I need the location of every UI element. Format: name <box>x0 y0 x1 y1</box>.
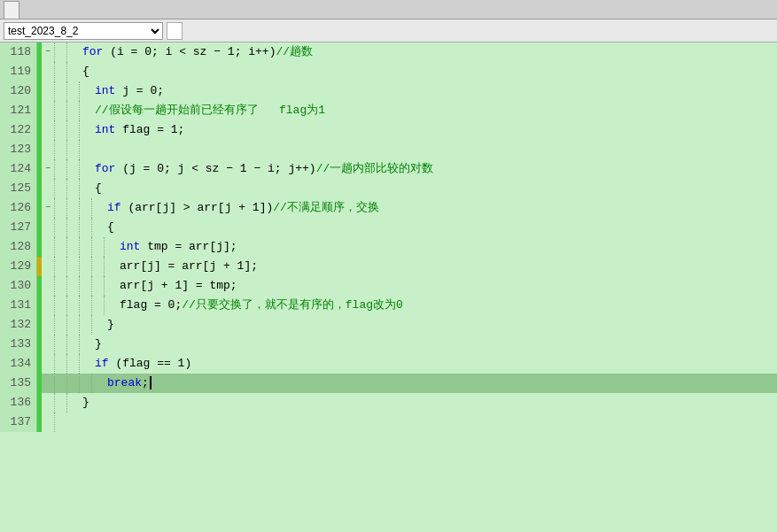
line-number: 137 <box>0 412 37 432</box>
line-number: 123 <box>0 140 37 159</box>
code-line-119: 119{ <box>0 62 777 81</box>
scope-indicator <box>167 22 183 40</box>
code-tokens[interactable]: } <box>104 315 777 335</box>
code-tokens[interactable]: if (arr[j] > arr[j + 1])//不满足顺序，交换 <box>104 198 777 218</box>
indent-guide <box>66 120 79 140</box>
line-number: 120 <box>0 81 37 101</box>
line-number: 133 <box>0 335 37 354</box>
code-tokens[interactable]: } <box>91 335 777 354</box>
code-tokens[interactable]: } <box>79 393 777 412</box>
fold-icon <box>42 237 54 257</box>
line-number: 121 <box>0 101 37 120</box>
indent-guide <box>54 140 66 159</box>
indent-guide <box>66 257 79 276</box>
code-tokens[interactable]: { <box>79 62 777 81</box>
code-tokens[interactable]: { <box>91 179 777 198</box>
fold-icon <box>42 296 54 315</box>
indent-guide <box>66 354 79 374</box>
code-tokens[interactable]: flag = 0;//只要交换了，就不是有序的，flag改为0 <box>116 296 777 315</box>
line-number: 127 <box>0 218 37 237</box>
indent-guide <box>54 159 66 179</box>
function-selector[interactable]: test_2023_8_2 <box>4 22 163 40</box>
indent-guide <box>66 81 79 101</box>
line-number: 124 <box>0 159 37 179</box>
indent-guide <box>79 335 91 354</box>
fold-icon <box>42 218 54 237</box>
code-line-134: 134if (flag == 1) <box>0 354 777 374</box>
indent-guide <box>91 296 104 315</box>
fold-icon <box>42 140 54 159</box>
line-number: 129 <box>0 257 37 276</box>
indent-guide <box>54 257 66 276</box>
file-tab[interactable] <box>4 1 19 19</box>
fold-icon[interactable]: − <box>42 42 54 62</box>
code-tokens[interactable]: for (j = 0; j < sz − 1 − i; j++)//一趟内部比较… <box>91 159 777 179</box>
indent-guide <box>54 179 66 198</box>
fold-icon <box>42 335 54 354</box>
code-line-133: 133} <box>0 335 777 354</box>
code-tokens[interactable]: break; <box>104 374 777 393</box>
indent-guide <box>79 218 91 237</box>
indent-guide <box>66 276 79 296</box>
indent-guide <box>66 159 79 179</box>
indent-guide <box>66 315 79 335</box>
code-tokens[interactable]: int tmp = arr[j]; <box>116 237 777 257</box>
line-number: 136 <box>0 393 37 412</box>
code-tokens[interactable] <box>91 140 777 159</box>
indent-guide <box>79 237 91 257</box>
fold-icon <box>42 179 54 198</box>
code-tokens[interactable]: //假设每一趟开始前已经有序了 flag为1 <box>91 101 777 120</box>
line-number: 131 <box>0 296 37 315</box>
code-line-123: 123 <box>0 140 777 159</box>
code-tokens[interactable]: int flag = 1; <box>91 120 777 140</box>
fold-icon <box>42 62 54 81</box>
indent-guide <box>79 101 91 120</box>
indent-guide <box>66 335 79 354</box>
fold-icon <box>42 315 54 335</box>
fold-icon[interactable]: − <box>42 159 54 179</box>
indent-guide <box>66 218 79 237</box>
code-tokens[interactable] <box>66 412 777 432</box>
indent-guide <box>54 81 66 101</box>
fold-icon <box>42 374 54 393</box>
indent-guide <box>54 120 66 140</box>
indent-guide <box>79 120 91 140</box>
code-line-121: 121//假设每一趟开始前已经有序了 flag为1 <box>0 101 777 120</box>
fold-icon[interactable]: − <box>42 198 54 218</box>
indent-guide <box>91 374 104 393</box>
code-line-126: 126−if (arr[j] > arr[j + 1])//不满足顺序，交换 <box>0 198 777 218</box>
code-line-125: 125{ <box>0 179 777 198</box>
indent-guide <box>91 276 104 296</box>
code-line-131: 131flag = 0;//只要交换了，就不是有序的，flag改为0 <box>0 296 777 315</box>
line-number: 126 <box>0 198 37 218</box>
indent-guide <box>66 237 79 257</box>
line-number: 130 <box>0 276 37 296</box>
line-number: 132 <box>0 315 37 335</box>
code-line-132: 132} <box>0 315 777 335</box>
indent-guide <box>54 393 66 412</box>
line-number: 125 <box>0 179 37 198</box>
indent-guide <box>54 276 66 296</box>
code-tokens[interactable]: { <box>104 218 777 237</box>
indent-guide <box>54 237 66 257</box>
indent-guide <box>66 140 79 159</box>
code-tokens[interactable]: int j = 0; <box>91 81 777 101</box>
indent-guide <box>54 62 66 81</box>
indent-guide <box>54 296 66 315</box>
code-tokens[interactable]: for (i = 0; i < sz − 1; i++)//趟数 <box>79 42 777 62</box>
title-bar <box>0 0 777 19</box>
code-tokens[interactable]: arr[j] = arr[j + 1]; <box>116 257 777 276</box>
fold-icon <box>42 81 54 101</box>
toolbar: test_2023_8_2 <box>0 19 777 42</box>
code-line-122: 122int flag = 1; <box>0 120 777 140</box>
indent-guide <box>79 140 91 159</box>
fold-icon <box>42 120 54 140</box>
code-line-129: 129arr[j] = arr[j + 1]; <box>0 257 777 276</box>
code-tokens[interactable]: arr[j + 1] = tmp; <box>116 276 777 296</box>
code-tokens[interactable]: if (flag == 1) <box>91 354 777 374</box>
code-line-128: 128int tmp = arr[j]; <box>0 237 777 257</box>
fold-icon <box>42 393 54 412</box>
indent-guide <box>79 315 91 335</box>
indent-guide <box>104 276 116 296</box>
code-line-118: 118−for (i = 0; i < sz − 1; i++)//趟数 <box>0 42 777 62</box>
